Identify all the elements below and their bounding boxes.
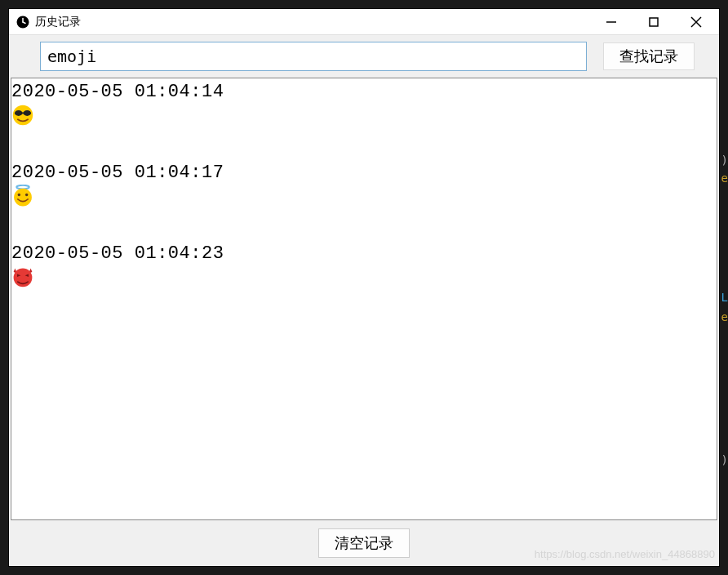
clock-icon: [16, 15, 30, 29]
maximize-button[interactable]: [644, 12, 664, 32]
svg-rect-5: [650, 18, 658, 26]
bottom-bar: 清空记录: [9, 520, 719, 566]
record-timestamp: 2020-05-05 01:04:17: [11, 163, 717, 185]
window-controls: [601, 12, 712, 32]
records-list[interactable]: 2020-05-05 01:04:14 2020-05-05 01:04:17: [11, 78, 717, 520]
background-code: [0, 0, 728, 8]
titlebar: 历史记录: [9, 9, 719, 35]
svg-point-10: [23, 110, 31, 116]
record-timestamp: 2020-05-05 01:04:23: [11, 243, 717, 265]
svg-point-14: [18, 194, 20, 196]
search-button[interactable]: 查找记录: [603, 42, 695, 70]
svg-rect-11: [21, 113, 24, 114]
history-record: 2020-05-05 01:04:23: [11, 243, 717, 292]
halo-emoji: [11, 185, 717, 211]
sunglasses-emoji: [11, 104, 717, 130]
window-title: 历史记录: [35, 15, 81, 29]
background-side-chars: ) e L e ): [720, 0, 728, 575]
svg-point-15: [25, 194, 28, 196]
history-window: 历史记录 查找记录 2020-05-05 01:04:14: [8, 8, 720, 567]
svg-point-8: [13, 105, 33, 126]
history-record: 2020-05-05 01:04:14: [11, 82, 717, 130]
search-bar: 查找记录: [9, 35, 719, 78]
search-input[interactable]: [40, 42, 587, 71]
minimize-button[interactable]: [601, 12, 621, 32]
close-button[interactable]: [686, 12, 706, 32]
svg-point-9: [15, 110, 23, 116]
svg-point-13: [14, 189, 32, 207]
history-record: 2020-05-05 01:04:17: [11, 163, 717, 211]
record-timestamp: 2020-05-05 01:04:14: [11, 82, 717, 104]
clear-records-button[interactable]: 清空记录: [318, 528, 410, 558]
devil-emoji: [11, 265, 717, 292]
